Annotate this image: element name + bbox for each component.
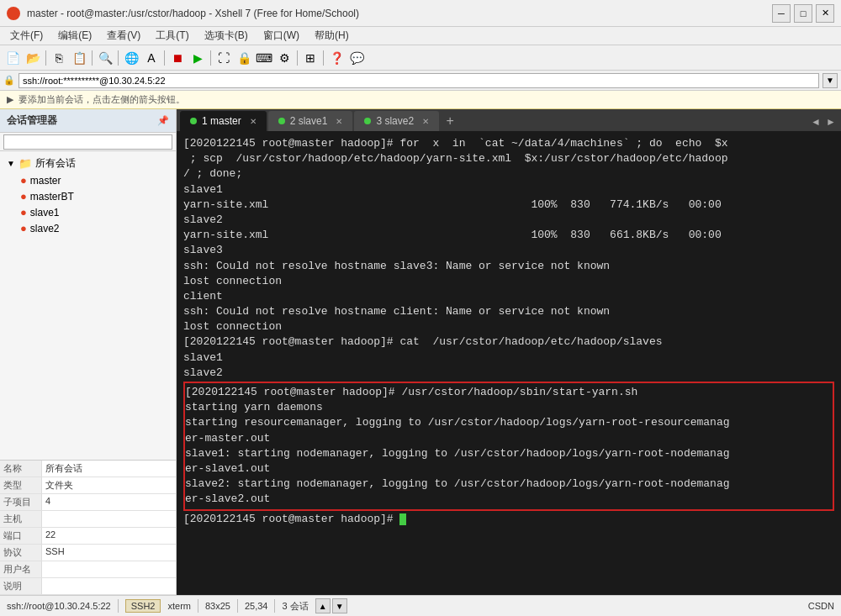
- session-label-masterbt: masterBT: [30, 191, 74, 203]
- tree-root[interactable]: ▼ 📁 所有会话: [0, 155, 176, 172]
- term-line-10: lost connection: [183, 274, 834, 289]
- sidebar-tree: ▼ 📁 所有会话 ● master ● masterBT ● slave1: [0, 151, 176, 460]
- help-button[interactable]: ❓: [327, 49, 346, 67]
- paste-button[interactable]: 📋: [70, 49, 88, 67]
- address-input[interactable]: [19, 73, 819, 88]
- keyboard-button[interactable]: ⌨: [255, 49, 273, 67]
- minimize-button[interactable]: ─: [772, 4, 791, 23]
- session-icon-master: ●: [20, 174, 27, 187]
- session-label-slave1: slave1: [30, 207, 60, 218]
- session-label-master: master: [30, 175, 61, 187]
- pin-button[interactable]: 📌: [157, 115, 169, 126]
- status-connection: ssh://root@10.30.24.5:22: [7, 601, 111, 611]
- prop-val-host: [42, 511, 176, 527]
- prop-row-port: 端口 22: [0, 528, 176, 545]
- menu-bar: 文件(F)编辑(E)查看(V)工具(T)选项卡(B)窗口(W)帮助(H): [0, 27, 841, 45]
- session-icon-masterbt: ●: [20, 190, 27, 203]
- prop-val-subcount: 4: [42, 494, 176, 510]
- font-button[interactable]: A: [142, 49, 161, 67]
- sep5: [210, 50, 211, 66]
- maximize-button[interactable]: □: [794, 4, 812, 23]
- tab-right-arrow[interactable]: ►: [824, 113, 838, 131]
- sep4: [164, 50, 165, 66]
- session-slave1[interactable]: ● slave1: [13, 204, 176, 220]
- menu-item-窗口(W)[interactable]: 窗口(W): [257, 27, 306, 45]
- connect-button[interactable]: 🌐: [122, 49, 140, 67]
- new-button[interactable]: 📄: [3, 49, 22, 67]
- nav-up-button[interactable]: ▲: [315, 598, 331, 613]
- title-bar: master - root@master:/usr/cstor/hadoop -…: [0, 0, 841, 27]
- term-prompt-line: [2020122145 root@master hadoop]#: [183, 512, 834, 527]
- tab-add-button[interactable]: +: [441, 111, 459, 131]
- menu-item-选项卡(B)[interactable]: 选项卡(B): [198, 27, 255, 45]
- status-bar: ssh://root@10.30.24.5:22 SSH2 xterm 83x2…: [0, 595, 841, 616]
- terminal-content[interactable]: [2020122145 root@master hadoop]# for x i…: [177, 133, 841, 595]
- tab-close-2[interactable]: ✕: [336, 117, 342, 126]
- prop-row-subcount: 子项目 4: [0, 494, 176, 511]
- menu-item-帮助(H)[interactable]: 帮助(H): [308, 27, 356, 45]
- sep6: [297, 50, 298, 66]
- status-extra: CSDN: [808, 601, 834, 611]
- session-icon-slave1: ●: [20, 206, 27, 218]
- prop-val-desc: [42, 578, 176, 594]
- stop-button[interactable]: ⏹: [168, 49, 187, 67]
- menu-item-文件(F)[interactable]: 文件(F): [3, 27, 50, 45]
- prop-row-name: 名称 所有会话: [0, 461, 176, 477]
- copy-button[interactable]: ⎘: [50, 49, 68, 67]
- session-masterbt[interactable]: ● masterBT: [13, 188, 176, 204]
- session-slave2[interactable]: ● slave2: [13, 220, 176, 236]
- terminal-area: 1 master ✕ 2 slave1 ✕ 3 slave2 ✕ + ◄ ► […: [177, 109, 841, 595]
- term-line-9: ssh: Could not resolve hostname slave3: …: [183, 259, 834, 274]
- menu-item-编辑(E)[interactable]: 编辑(E): [51, 27, 98, 45]
- term-line-h1: [2020122145 root@master hadoop]# /usr/cs…: [185, 385, 833, 400]
- search-button[interactable]: 🔍: [96, 49, 114, 67]
- tab-1-master[interactable]: 1 master ✕: [180, 111, 267, 131]
- prop-val-protocol: SSH: [42, 545, 176, 561]
- notice-bar: ▶ 要添加当前会话，点击左侧的箭头按钮。: [0, 91, 841, 109]
- status-sep-4: [274, 599, 275, 613]
- term-line-6: slave2: [183, 213, 834, 228]
- fullscreen-button[interactable]: ⛶: [214, 49, 233, 67]
- term-line-12: ssh: Could not resolve hostname client: …: [183, 304, 834, 319]
- tab-3-slave2[interactable]: 3 slave2 ✕: [354, 111, 439, 131]
- nav-down-button[interactable]: ▼: [332, 598, 347, 613]
- status-sep-3: [237, 599, 238, 613]
- address-dropdown[interactable]: ▼: [822, 73, 838, 88]
- close-button[interactable]: ✕: [816, 4, 834, 23]
- tab-close-3[interactable]: ✕: [422, 117, 429, 126]
- menu-item-工具(T)[interactable]: 工具(T): [149, 27, 195, 45]
- tab-left-arrow[interactable]: ◄: [809, 113, 822, 131]
- status-right: CSDN: [808, 601, 834, 611]
- term-line-13: lost connection: [183, 319, 834, 334]
- prop-key-protocol: 协议: [0, 545, 42, 561]
- terminal-highlight-section: [2020122145 root@master hadoop]# /usr/cs…: [183, 382, 834, 511]
- prop-key-host: 主机: [0, 511, 42, 527]
- term-line-3: / ; done;: [183, 166, 834, 182]
- play-button[interactable]: ▶: [188, 49, 207, 67]
- expand-icon: ▼: [7, 159, 15, 168]
- term-line-1: [2020122145 root@master hadoop]# for x i…: [183, 136, 834, 151]
- sep1: [45, 50, 46, 66]
- term-line-h5: slave1: starting nodemanager, logging to…: [185, 446, 833, 461]
- prop-row-protocol: 协议 SSH: [0, 545, 176, 561]
- lock-button[interactable]: 🔒: [235, 49, 253, 67]
- prop-val-type: 文件夹: [42, 477, 176, 493]
- status-protocol-badge: SSH2: [125, 599, 161, 613]
- session-master[interactable]: ● master: [13, 172, 176, 188]
- notice-text: 要添加当前会话，点击左侧的箭头按钮。: [19, 93, 185, 106]
- tree-indent: ● master ● masterBT ● slave1 ● slave2: [0, 172, 176, 236]
- tab-bar: 1 master ✕ 2 slave1 ✕ 3 slave2 ✕ + ◄ ►: [177, 109, 841, 133]
- tab-2-slave1[interactable]: 2 slave1 ✕: [268, 111, 353, 131]
- chat-button[interactable]: 💬: [347, 49, 366, 67]
- settings-button[interactable]: ⚙: [275, 49, 294, 67]
- split-button[interactable]: ⊞: [301, 49, 320, 67]
- term-line-11: client: [183, 289, 834, 304]
- term-line-7: yarn-site.xml 100% 830 661.8KB/s 00:00: [183, 228, 834, 243]
- menu-item-查看(V)[interactable]: 查看(V): [100, 27, 147, 45]
- open-button[interactable]: 📂: [24, 49, 42, 67]
- tab-dot-1: [190, 118, 197, 124]
- sidebar-search-input[interactable]: [3, 134, 172, 150]
- tab-dot-3: [364, 118, 371, 124]
- tab-close-1[interactable]: ✕: [250, 117, 257, 126]
- toolbar: 📄 📂 ⎘ 📋 🔍 🌐 A ⏹ ▶ ⛶ 🔒 ⌨ ⚙ ⊞ ❓ 💬: [0, 45, 841, 71]
